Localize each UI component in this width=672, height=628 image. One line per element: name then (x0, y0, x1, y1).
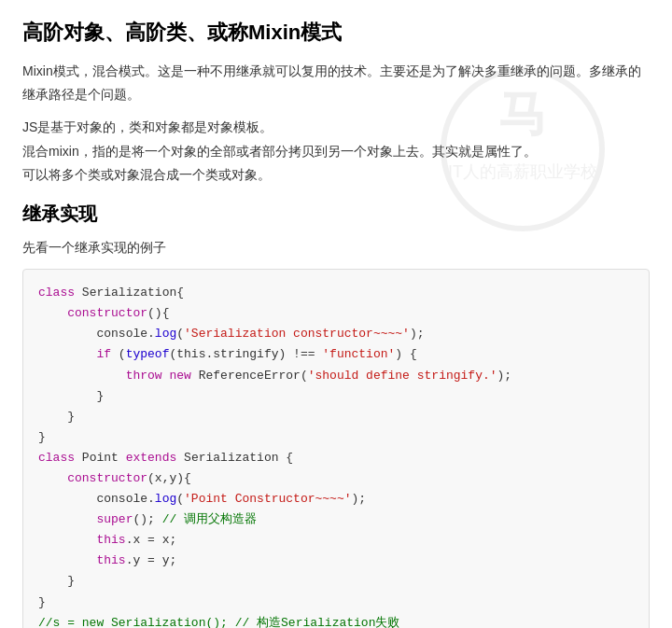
section-title-inheritance: 继承实现 (22, 202, 650, 227)
intro-paragraph-2: JS是基于对象的，类和对象都是对象模板。 混合mixin，指的是将一个对象的全部… (22, 116, 650, 187)
section-subtitle: 先看一个继承实现的例子 (22, 236, 650, 259)
intro-paragraph-1: Mixin模式，混合模式。这是一种不用继承就可以复用的技术。主要还是为了解决多重… (22, 60, 650, 106)
code-block: class Serialization{ constructor(){ cons… (22, 269, 650, 628)
page-title: 高阶对象、高阶类、或称Mixin模式 (22, 19, 650, 47)
